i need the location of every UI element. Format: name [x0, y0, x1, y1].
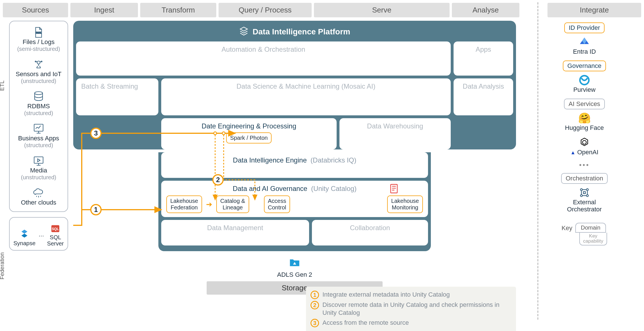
collab-card: Collaboration	[312, 220, 428, 245]
source-files: 0101 Files / Logs (semi-structured)	[12, 26, 65, 52]
purview-icon	[544, 74, 624, 86]
iot-icon	[12, 59, 65, 70]
sources-column: ETL Federation 0101 Files / Logs (semi-s…	[3, 21, 68, 295]
federation-label: Federation	[0, 252, 5, 280]
batch-card: Batch & Streaming	[76, 78, 158, 115]
source-bizapps: Business Apps (structured)	[12, 123, 65, 149]
source-media: Media (unstructured)	[12, 155, 65, 181]
id-provider-tag: ID Provider	[564, 22, 605, 33]
openai-item: ▲ OpenAI	[544, 137, 624, 156]
svg-point-14	[580, 189, 582, 191]
hdr-ingest: Ingest	[70, 3, 138, 17]
svg-point-3	[41, 61, 42, 62]
key-capability: Keycapability	[579, 233, 607, 245]
svg-point-15	[586, 189, 588, 191]
storage-folder-icon	[288, 265, 301, 270]
int-ellipsis: •••	[544, 161, 624, 169]
platform-title: Data Intelligence Platform	[76, 24, 513, 41]
flow-num-2: 2	[212, 174, 224, 186]
platform-outer: Data Intelligence Platform Automation & …	[73, 21, 516, 149]
data-analysis-card: Data Analysis	[454, 78, 513, 115]
fed-synapse: Synapse	[13, 228, 35, 247]
platform-column: Data Intelligence Platform Automation & …	[73, 21, 516, 295]
file-icon: 0101	[12, 26, 65, 38]
svg-text:SQL: SQL	[52, 227, 59, 231]
fed-sqlserver: SQL SQLServer	[47, 222, 64, 247]
hdr-analyse: Analyse	[452, 3, 519, 17]
spark-chip: Spark / Photon	[226, 132, 272, 143]
data-mgmt-card: Data Management	[161, 220, 309, 245]
access-chip: AccessControl	[264, 195, 290, 213]
hf-item: 🤗 Hugging Face	[544, 112, 624, 132]
governance-tag: Governance	[563, 61, 606, 71]
svg-rect-9	[391, 184, 397, 193]
source-iot: Sensors and IoT (unstructured)	[12, 59, 65, 84]
svg-point-2	[35, 61, 36, 62]
automation-card: Automation & Orchestration	[76, 41, 451, 76]
synapse-icon	[13, 228, 35, 240]
svg-rect-18	[584, 192, 586, 194]
hdr-integrate: Integrate	[547, 3, 641, 17]
svg-point-13	[582, 140, 586, 144]
entra-icon	[544, 36, 624, 48]
hdr-serve: Serve	[314, 3, 450, 17]
svg-point-17	[586, 195, 588, 197]
flow-num-1: 1	[90, 204, 102, 215]
lakehouse-fed-chip: LakehouseFederation	[166, 195, 202, 213]
integrate-column: ID Provider Entra ID Governance Purview …	[538, 21, 631, 295]
source-rdbms: RDBMS (structured)	[12, 91, 65, 116]
legend-box: 1Integrate external metadata into Unity …	[306, 287, 516, 331]
arrow-icon: ➔	[206, 200, 212, 209]
orchestrator-icon	[544, 187, 624, 199]
svg-text:0101: 0101	[36, 31, 41, 34]
dsml-card: Data Science & Machine Learning (Mosaic …	[161, 78, 451, 115]
key-block: Key Domain Keycapability	[544, 223, 624, 245]
ai-services-tag: AI Services	[564, 99, 605, 109]
database-icon	[12, 91, 65, 103]
svg-rect-5	[34, 124, 43, 131]
platform-lower: Data Intelligence Engine (Databricks IQ)…	[158, 152, 431, 251]
apps-card: Apps	[454, 41, 513, 76]
legend-num-2: 2	[311, 301, 319, 309]
hdr-query: Query / Process	[219, 3, 312, 17]
legend-num-3: 3	[311, 319, 319, 327]
doc-red-icon	[388, 183, 400, 195]
federation-box: Synapse … SQL SQLServer	[9, 217, 68, 251]
header-row: Sources Ingest Transform Query / Process…	[3, 3, 641, 17]
svg-point-1	[37, 61, 40, 64]
layers-icon	[239, 26, 249, 38]
vertical-divider	[537, 2, 538, 320]
sources-box: 0101 Files / Logs (semi-structured) Sens…	[9, 21, 68, 212]
cloud-icon	[12, 187, 65, 199]
media-icon	[12, 155, 65, 167]
hdr-sources: Sources	[3, 3, 68, 17]
openai-icon	[544, 137, 624, 149]
hdr-transform: Transform	[140, 3, 216, 17]
warehousing-card: Data Warehousing	[339, 118, 451, 149]
monitoring-chip: LakehouseMonitoring	[387, 195, 423, 213]
key-domain: Domain	[575, 223, 606, 233]
governance-card: Data and AI Governance (Unity Catalog) L…	[161, 181, 428, 217]
svg-point-4	[35, 92, 43, 95]
fed-ellipsis: …	[38, 231, 44, 238]
legend-num-1: 1	[311, 291, 319, 299]
purview-item: Purview	[544, 74, 624, 93]
engineering-card: Date Engineering & Processing Spark / Ph…	[161, 118, 337, 149]
svg-point-16	[580, 195, 582, 197]
source-clouds: Other clouds	[12, 187, 65, 206]
huggingface-icon: 🤗	[544, 112, 624, 124]
entra-item: Entra ID	[544, 36, 624, 55]
svg-rect-6	[34, 157, 43, 163]
catalog-chip: Catalog &Lineage	[216, 195, 249, 213]
chart-screen-icon	[12, 123, 65, 135]
orchestration-tag: Orchestration	[561, 173, 608, 184]
flow-num-3: 3	[90, 128, 102, 139]
etl-label: ETL	[0, 80, 5, 91]
ext-orch-item: ExternalOrchestrator	[544, 187, 624, 213]
intel-engine-card: Data Intelligence Engine (Databricks IQ)	[161, 152, 428, 178]
sqlserver-icon: SQL	[47, 222, 64, 234]
